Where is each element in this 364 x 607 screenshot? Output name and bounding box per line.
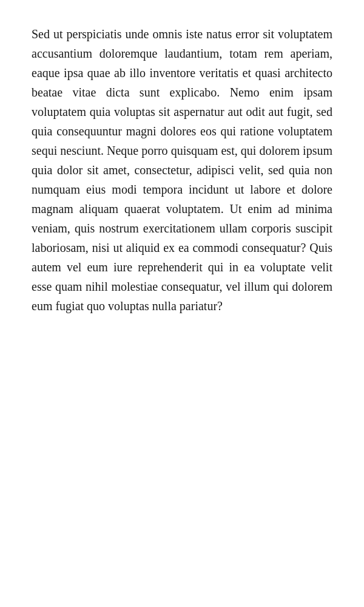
content-container: Sed ut perspiciatis unde omnis iste natu… — [0, 0, 364, 340]
main-paragraph: Sed ut perspiciatis unde omnis iste natu… — [32, 24, 332, 316]
